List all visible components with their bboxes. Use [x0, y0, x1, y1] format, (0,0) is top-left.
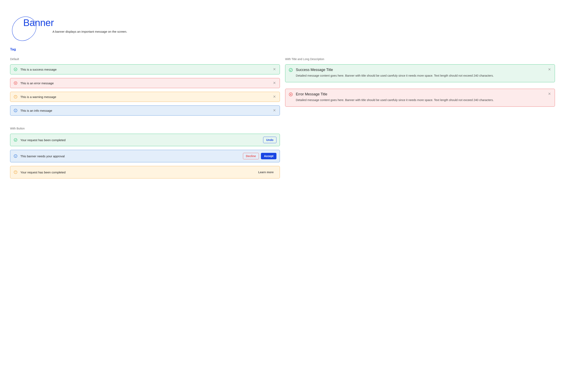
decline-button[interactable]: Decline [243, 153, 259, 159]
banner-message: This is an error message [20, 82, 270, 85]
page-title: Banner [23, 17, 555, 28]
svg-point-3 [15, 98, 16, 98]
close-icon[interactable] [273, 68, 276, 71]
accept-button[interactable]: Accept [261, 153, 276, 159]
banner-success-titled: Success Message Title Detailed message c… [285, 64, 555, 82]
banner-warning-with-link: Your request has been completed Learn mo… [10, 166, 280, 179]
close-icon[interactable] [273, 95, 276, 98]
info-circle-icon [14, 154, 17, 158]
svg-point-10 [15, 173, 16, 173]
close-icon[interactable] [273, 81, 276, 85]
svg-point-8 [15, 155, 16, 156]
close-icon[interactable] [273, 109, 276, 112]
banner-description: Detailed message content goes here. Bann… [296, 98, 545, 102]
close-icon[interactable] [548, 68, 551, 71]
x-circle-icon [289, 92, 293, 97]
banner-message: Your request has been completed [20, 138, 260, 142]
variant-label-with-title: With Title and Long Description [285, 57, 555, 61]
banner-message: This banner needs your approval [20, 154, 240, 158]
alert-circle-icon [14, 170, 17, 174]
check-circle-icon [14, 138, 17, 142]
page-header: Banner A banner displays an important me… [10, 17, 555, 33]
learn-more-link[interactable]: Learn more [255, 169, 276, 175]
variant-label-default: Default [10, 57, 280, 61]
banner-error: This is an error message [10, 78, 280, 88]
banner-title: Error Message Title [296, 92, 545, 96]
info-circle-icon [14, 109, 17, 112]
svg-point-5 [15, 110, 16, 110]
banner-title: Success Message Title [296, 68, 545, 72]
banner-description: Detailed message content goes here. Bann… [296, 74, 545, 78]
alert-circle-icon [14, 95, 17, 99]
banner-warning: This is a warning message [10, 92, 280, 102]
banner-message: Your request has been completed [20, 171, 253, 174]
banner-success-with-button: Your request has been completed Undo [10, 134, 280, 146]
svg-point-11 [289, 68, 293, 72]
banner-info-with-buttons: This banner needs your approval Decline … [10, 150, 280, 162]
check-circle-icon [14, 67, 17, 71]
banner-error-titled: Error Message Title Detailed message con… [285, 89, 555, 107]
undo-button[interactable]: Undo [263, 137, 276, 143]
check-circle-icon [289, 68, 293, 72]
blob-decoration [10, 15, 38, 43]
banner-info: This is an info message [10, 105, 280, 115]
banner-message: This is a success message [20, 68, 270, 71]
x-circle-icon [14, 81, 17, 85]
section-heading-tag: Tag [10, 47, 555, 51]
svg-point-6 [14, 139, 17, 141]
variant-label-with-button: With Button [10, 127, 280, 130]
page-subtitle: A banner displays an important message o… [52, 30, 555, 33]
close-icon[interactable] [548, 92, 551, 96]
banner-success: This is a success message [10, 64, 280, 74]
banner-message: This is an info message [20, 109, 270, 112]
banner-message: This is a warning message [20, 95, 270, 98]
svg-point-0 [14, 68, 17, 71]
